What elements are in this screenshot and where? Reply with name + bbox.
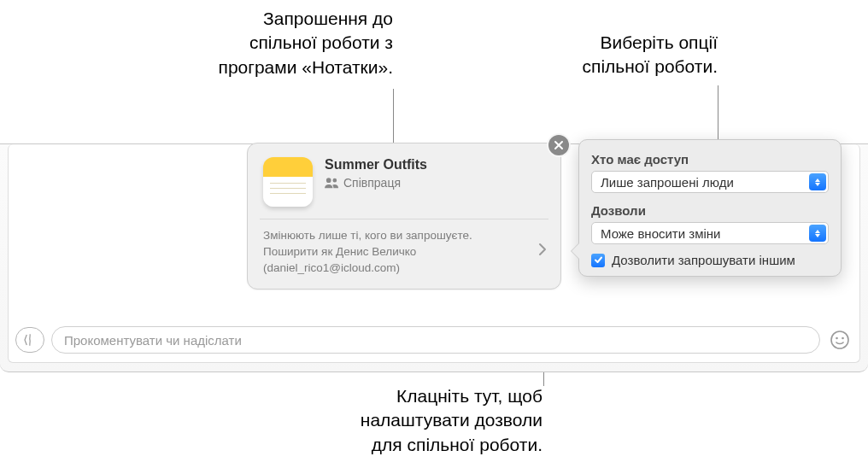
share-as-line: Поширити як Денис Величко — [263, 244, 525, 260]
callout-line — [393, 89, 394, 150]
invite-title: Summer Outfits — [325, 157, 427, 173]
message-input[interactable]: Прокоментувати чи надіслати — [51, 326, 820, 354]
compose-row: Прокоментувати чи надіслати — [15, 325, 853, 355]
access-value: Лише запрошені люди — [601, 175, 734, 190]
callout-line — [718, 85, 718, 143]
access-select[interactable]: Лише запрошені люди — [591, 171, 829, 193]
apps-button[interactable] — [15, 327, 44, 353]
sharing-options-popover: Хто має доступ Лише запрошені люди Дозво… — [578, 139, 842, 277]
svg-point-0 — [831, 331, 848, 348]
messages-window: Summer Outfits Співпраця Змінюють лише т… — [0, 143, 868, 372]
collab-label: Співпраця — [343, 176, 401, 190]
svg-point-2 — [842, 337, 844, 340]
perm-desc: Змінюють лише ті, кого ви запрошуєте. — [263, 228, 525, 244]
svg-point-1 — [836, 337, 838, 340]
message-placeholder: Прокоментувати чи надіслати — [64, 333, 242, 348]
access-label: Хто має доступ — [591, 152, 829, 167]
share-invite-card[interactable]: Summer Outfits Співпраця Змінюють лише т… — [247, 143, 561, 290]
permissions-select[interactable]: Може вносити зміни — [591, 222, 829, 244]
callout-permissions: Клацніть тут, щобналаштувати дозволидля … — [252, 384, 542, 457]
chevron-right-icon — [538, 243, 547, 261]
permissions-value: Може вносити зміни — [601, 226, 720, 241]
allow-invite-row[interactable]: Дозволити запрошувати іншим — [591, 253, 829, 267]
close-icon[interactable] — [548, 135, 569, 155]
callout-options: Виберіть опціїспільної роботи. — [496, 31, 718, 79]
updown-icon — [809, 173, 826, 190]
collaboration-badge: Співпраця — [325, 176, 427, 190]
invite-permissions-summary[interactable]: Змінюють лише ті, кого ви запрошуєте. По… — [263, 228, 545, 277]
allow-invite-label: Дозволити запрошувати іншим — [612, 253, 795, 267]
callout-invite: Запрошення доспільної роботи зпрограми «… — [137, 7, 393, 79]
share-email: (daniel_rico1@icloud.com) — [263, 260, 525, 277]
updown-icon — [809, 225, 826, 242]
checkbox-checked-icon[interactable] — [591, 254, 605, 267]
notes-app-icon — [263, 157, 313, 207]
emoji-button[interactable] — [827, 327, 853, 353]
divider — [260, 219, 548, 219]
messages-body: Summer Outfits Співпраця Змінюють лише т… — [8, 144, 860, 363]
permissions-label: Дозволи — [591, 203, 829, 218]
